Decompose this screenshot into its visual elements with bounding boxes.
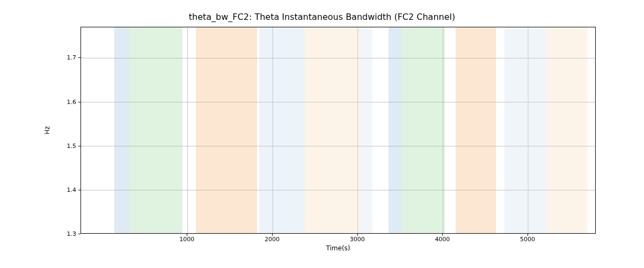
y-tick-label: 1.6 <box>67 98 77 105</box>
highlight-span <box>504 27 547 233</box>
highlight-span <box>305 27 360 233</box>
x-tick-label: 4000 <box>435 236 450 243</box>
x-tick-label: 1000 <box>179 236 194 243</box>
y-axis-label: Hz <box>43 126 51 134</box>
y-tick-label: 1.5 <box>67 142 77 149</box>
highlight-span <box>401 27 445 233</box>
highlight-span <box>259 27 305 233</box>
x-tick-label: 5000 <box>520 236 535 243</box>
y-tick-label: 1.3 <box>67 230 77 237</box>
chart-title: theta_bw_FC2: Theta Instantaneous Bandwi… <box>0 12 644 22</box>
x-tick-label: 2000 <box>265 236 280 243</box>
highlight-span <box>129 27 182 233</box>
highlight-span <box>389 27 401 233</box>
x-axis-label: Time(s) <box>326 244 350 252</box>
figure: theta_bw_FC2: Theta Instantaneous Bandwi… <box>0 0 644 268</box>
highlight-span <box>360 27 372 233</box>
highlight-span <box>114 27 130 233</box>
highlight-span <box>547 27 588 233</box>
highlight-span <box>196 27 257 233</box>
x-tick-label: 3000 <box>350 236 365 243</box>
y-tick-label: 1.4 <box>67 186 77 193</box>
y-tick-label: 1.7 <box>67 54 77 61</box>
plot-axes <box>80 27 596 234</box>
highlight-span <box>456 27 496 233</box>
